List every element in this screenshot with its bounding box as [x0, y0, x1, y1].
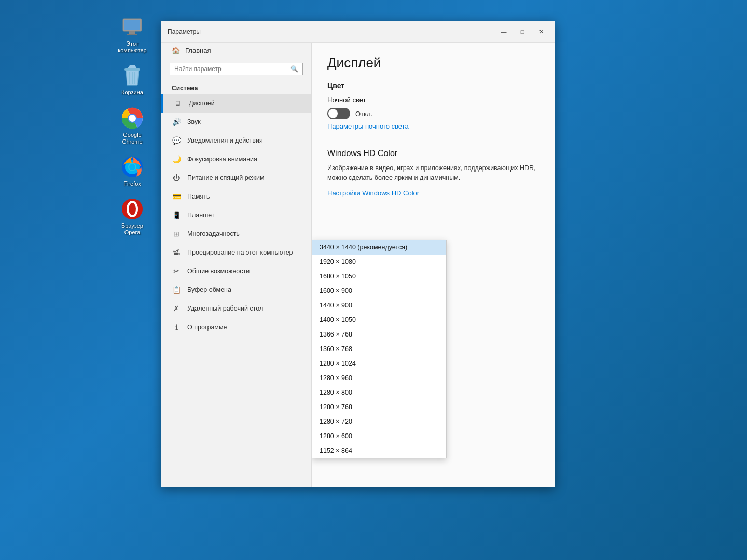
dropdown-option-0[interactable]: 3440 × 1440 (рекомендуется)	[312, 240, 446, 255]
sidebar-item-accessibility-label: Общие возможности	[187, 268, 250, 275]
dropdown-option-3[interactable]: 1600 × 900	[312, 284, 446, 298]
sidebar-item-notifications-label: Уведомления и действия	[187, 137, 263, 144]
sidebar-item-tablet[interactable]: 📱 Планшет	[161, 206, 311, 225]
night-light-toggle-wrap: Откл.	[327, 108, 539, 119]
sidebar-item-memory-label: Память	[187, 193, 210, 200]
dropdown-option-6[interactable]: 1366 × 768	[312, 327, 446, 342]
sidebar-home-item[interactable]: 🏠 Главная	[161, 43, 311, 59]
dropdown-option-2[interactable]: 1680 × 1050	[312, 269, 446, 284]
svg-rect-1	[125, 20, 140, 30]
sidebar-item-remote-label: Удаленный рабочий стол	[187, 305, 263, 312]
dropdown-option-12[interactable]: 1280 × 720	[312, 414, 446, 429]
recycle-icon	[121, 64, 144, 87]
chrome-icon	[121, 107, 144, 130]
sidebar-item-memory[interactable]: 💳 Память	[161, 187, 311, 206]
sidebar-item-clipboard-label: Буфер обмена	[187, 286, 231, 293]
accessibility-icon: ✂	[172, 267, 181, 276]
svg-rect-2	[129, 31, 135, 34]
search-icon: 🔍	[290, 65, 298, 73]
window-title: Параметры	[168, 28, 201, 35]
home-icon: 🏠	[172, 47, 180, 54]
window-controls: — □ ✕	[496, 25, 548, 38]
opera-icon	[121, 198, 144, 220]
night-light-status: Откл.	[355, 110, 372, 118]
sidebar-item-sound[interactable]: 🔊 Звук	[161, 113, 311, 131]
resolution-dropdown: 3440 × 1440 (рекомендуется) 1920 × 1080 …	[312, 240, 447, 458]
hd-color-description: Изображение в видео, играх и приложениях…	[327, 163, 539, 183]
sidebar-item-power[interactable]: ⏻ Питание и спящий режим	[161, 169, 311, 187]
maximize-button[interactable]: □	[515, 25, 530, 38]
main-content: Дисплей Цвет Ночной свет Откл. Параметры…	[312, 43, 555, 487]
power-icon: ⏻	[172, 173, 181, 183]
opera-icon-label: БраузерOpera	[121, 222, 143, 236]
night-light-label: Ночной свет	[327, 96, 539, 104]
sidebar-home-label: Главная	[185, 47, 211, 54]
sidebar-item-focus[interactable]: 🌙 Фокусировка внимания	[161, 150, 311, 169]
dropdown-option-5[interactable]: 1400 × 1050	[312, 313, 446, 327]
night-light-toggle[interactable]	[327, 108, 350, 119]
desktop-icon-chrome[interactable]: GoogleChrome	[114, 107, 150, 145]
dropdown-option-4[interactable]: 1440 × 900	[312, 298, 446, 313]
sidebar-item-display-label: Дисплей	[189, 100, 215, 107]
dropdown-option-1[interactable]: 1920 × 1080	[312, 255, 446, 269]
svg-rect-4	[125, 68, 140, 71]
sidebar-item-clipboard[interactable]: 📋 Буфер обмена	[161, 281, 311, 299]
dropdown-option-9[interactable]: 1280 × 960	[312, 371, 446, 385]
toggle-knob	[328, 109, 338, 118]
dropdown-option-8[interactable]: 1280 × 1024	[312, 356, 446, 371]
recycle-icon-label: Корзина	[121, 89, 143, 96]
display-icon: 🖥	[173, 99, 183, 108]
focus-icon: 🌙	[172, 155, 181, 164]
about-icon: ℹ	[172, 323, 181, 332]
window-body: 🏠 Главная 🔍 Система 🖥 Дисплей 🔊 Звук	[161, 43, 555, 487]
svg-rect-3	[127, 34, 137, 35]
chrome-icon-label: GoogleChrome	[122, 132, 142, 145]
computer-icon-label: Этот компьютер	[114, 40, 150, 54]
close-button[interactable]: ✕	[534, 25, 548, 38]
sidebar-item-tablet-label: Планшет	[187, 212, 214, 219]
dropdown-option-7[interactable]: 1360 × 768	[312, 342, 446, 356]
sidebar-item-multitask[interactable]: ⊞ Многозадачность	[161, 225, 311, 243]
dropdown-option-10[interactable]: 1280 × 800	[312, 385, 446, 400]
dropdown-option-13[interactable]: 1280 × 600	[312, 429, 446, 443]
sidebar-item-accessibility[interactable]: ✂ Общие возможности	[161, 262, 311, 281]
dropdown-option-14[interactable]: 1152 × 864	[312, 443, 446, 458]
sidebar-search-box[interactable]: 🔍	[170, 63, 303, 75]
desktop-icon-opera[interactable]: БраузерOpera	[114, 198, 150, 236]
page-title: Дисплей	[327, 55, 539, 71]
search-input[interactable]	[174, 65, 290, 73]
sidebar-item-about-label: О программе	[187, 324, 227, 331]
sidebar-item-project[interactable]: 📽 Проецирование на этот компьютер	[161, 243, 311, 262]
night-light-settings-link[interactable]: Параметры ночного света	[327, 122, 409, 130]
sidebar-item-remote[interactable]: ✗ Удаленный рабочий стол	[161, 299, 311, 318]
desktop-icons: Этот компьютер Корзина	[114, 16, 150, 236]
notifications-icon: 💬	[172, 136, 181, 145]
hd-color-title: Windows HD Color	[327, 149, 539, 158]
multitask-icon: ⊞	[172, 229, 181, 239]
svg-point-10	[129, 115, 136, 122]
desktop-icon-recycle[interactable]: Корзина	[114, 64, 150, 96]
computer-icon	[121, 16, 144, 38]
sidebar-item-sound-label: Звук	[187, 118, 201, 125]
project-icon: 📽	[172, 248, 181, 257]
firefox-icon	[121, 156, 144, 178]
desktop-icon-firefox[interactable]: Firefox	[114, 156, 150, 187]
settings-window: Параметры — □ ✕ 🏠 Главная 🔍 Система	[161, 21, 555, 487]
sidebar-item-multitask-label: Многозадачность	[187, 230, 240, 237]
sidebar-item-display[interactable]: 🖥 Дисплей	[161, 94, 311, 113]
hd-color-settings-link[interactable]: Настройки Windows HD Color	[327, 189, 419, 197]
minimize-button[interactable]: —	[496, 25, 511, 38]
sidebar-item-notifications[interactable]: 💬 Уведомления и действия	[161, 131, 311, 150]
sidebar-item-about[interactable]: ℹ О программе	[161, 318, 311, 337]
clipboard-icon: 📋	[172, 285, 181, 295]
sidebar-item-focus-label: Фокусировка внимания	[187, 156, 257, 163]
svg-point-14	[129, 164, 135, 170]
sidebar-section-title: Система	[161, 79, 311, 94]
memory-icon: 💳	[172, 192, 181, 201]
dropdown-option-11[interactable]: 1280 × 768	[312, 400, 446, 414]
remote-icon: ✗	[172, 304, 181, 313]
sidebar-item-power-label: Питание и спящий режим	[187, 174, 264, 181]
window-titlebar: Параметры — □ ✕	[161, 21, 555, 43]
desktop-icon-computer[interactable]: Этот компьютер	[114, 16, 150, 54]
sidebar-item-project-label: Проецирование на этот компьютер	[187, 249, 293, 256]
